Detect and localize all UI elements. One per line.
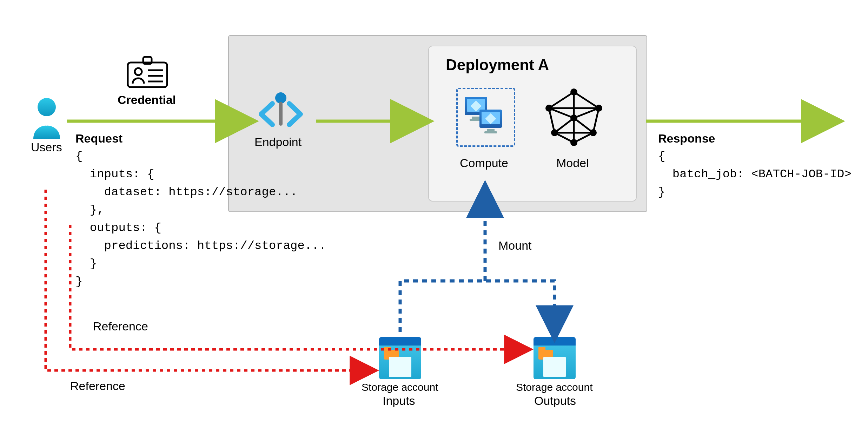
mount-connector-up: [400, 281, 555, 332]
reference-to-outputs: [70, 225, 525, 349]
reference-to-inputs: [46, 190, 370, 370]
connectors: [0, 0, 868, 434]
diagram-stage: Deployment A Users Credential Request: [0, 0, 868, 434]
